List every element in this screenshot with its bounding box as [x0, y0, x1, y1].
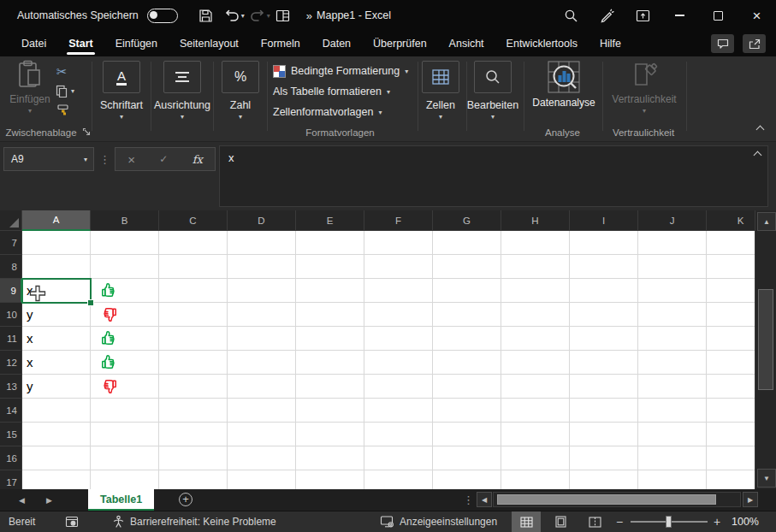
cell-I12[interactable]: [570, 351, 638, 375]
ribbon-tab-hilfe[interactable]: Hilfe: [589, 31, 632, 56]
column-header-I[interactable]: I: [570, 210, 638, 231]
cell-C11[interactable]: [159, 327, 228, 351]
zoom-out-button[interactable]: −: [616, 511, 623, 532]
ribbon-tab-start[interactable]: Start: [57, 31, 104, 56]
cell-D15[interactable]: [228, 423, 296, 446]
cut-button[interactable]: ✂: [56, 64, 68, 80]
cell-D17[interactable]: [228, 470, 296, 489]
cell-H14[interactable]: [501, 399, 570, 423]
cancel-entry-button[interactable]: ×: [127, 152, 135, 167]
cell-J13[interactable]: [638, 375, 707, 399]
cells-group-button[interactable]: Zellen ▾: [418, 61, 463, 121]
scroll-up-button[interactable]: ▲: [757, 212, 776, 231]
accessibility-status[interactable]: Barrierefreiheit: Keine Probleme: [112, 511, 276, 532]
cell-H10[interactable]: [501, 303, 570, 327]
cell-B14[interactable]: [91, 399, 159, 423]
cell-B8[interactable]: [91, 255, 159, 279]
cell-C13[interactable]: [159, 375, 228, 399]
cell-E12[interactable]: [296, 351, 364, 375]
horizontal-scrollbar[interactable]: [493, 492, 741, 507]
cell-F8[interactable]: [364, 255, 433, 279]
row-header-8[interactable]: 8: [0, 255, 22, 279]
format-as-table-button[interactable]: Als Tabelle formatieren ▾: [273, 83, 390, 100]
ribbon-tab-ansicht[interactable]: Ansicht: [438, 31, 495, 56]
column-header-J[interactable]: J: [638, 210, 707, 231]
comments-button[interactable]: [711, 34, 734, 53]
cell-A9[interactable]: x: [22, 279, 91, 303]
view-page-layout-button[interactable]: [546, 511, 575, 532]
row-header-12[interactable]: 12: [0, 351, 22, 375]
cell-A8[interactable]: [22, 255, 91, 279]
cell-I11[interactable]: [570, 327, 638, 351]
cell-D10[interactable]: [228, 303, 296, 327]
cell-B12[interactable]: [91, 351, 159, 375]
minimize-button[interactable]: [660, 0, 699, 31]
cell-I17[interactable]: [570, 470, 638, 489]
cell-A15[interactable]: [22, 423, 91, 446]
cell-C14[interactable]: [159, 399, 228, 423]
cell-K11[interactable]: [707, 327, 755, 351]
cell-F16[interactable]: [364, 446, 433, 470]
cell-C12[interactable]: [159, 351, 228, 375]
row-header-17[interactable]: 17: [0, 470, 22, 489]
cell-F7[interactable]: [364, 231, 433, 255]
cell-F11[interactable]: [364, 327, 433, 351]
cell-F17[interactable]: [364, 470, 433, 489]
conditional-formatting-button[interactable]: Bedingte Formatierung ▾: [273, 62, 408, 80]
share-button[interactable]: [743, 34, 766, 53]
sensitivity-button[interactable]: Vertraulichkeit ▾: [606, 60, 683, 115]
row-header-14[interactable]: 14: [0, 399, 22, 423]
cell-K8[interactable]: [707, 255, 755, 279]
cell-H15[interactable]: [501, 423, 570, 446]
column-header-B[interactable]: B: [91, 210, 159, 231]
cell-C16[interactable]: [159, 446, 228, 470]
dialog-launcher-clipboard[interactable]: [82, 127, 91, 136]
vertical-scroll-thumb[interactable]: [758, 289, 773, 390]
cell-K7[interactable]: [707, 231, 755, 255]
cell-D14[interactable]: [228, 399, 296, 423]
cell-J11[interactable]: [638, 327, 707, 351]
ribbon-tab-entwicklertools[interactable]: Entwicklertools: [495, 31, 589, 56]
ribbon-tab-einfugen[interactable]: Einfügen: [104, 31, 169, 56]
cell-E10[interactable]: [296, 303, 364, 327]
fill-handle[interactable]: [87, 299, 94, 306]
row-header-16[interactable]: 16: [0, 446, 22, 470]
cell-I13[interactable]: [570, 375, 638, 399]
row-header-10[interactable]: 10: [0, 303, 22, 327]
column-header-D[interactable]: D: [228, 210, 296, 231]
cell-K10[interactable]: [707, 303, 755, 327]
cell-E13[interactable]: [296, 375, 364, 399]
cell-I15[interactable]: [570, 423, 638, 446]
cell-E11[interactable]: [296, 327, 364, 351]
cell-D8[interactable]: [228, 255, 296, 279]
row-header-15[interactable]: 15: [0, 423, 22, 446]
vertical-scrollbar[interactable]: ▲ ▼: [755, 210, 776, 489]
number-group-button[interactable]: % Zahl ▾: [216, 61, 264, 121]
cell-B10[interactable]: [91, 303, 159, 327]
name-box[interactable]: A9 ▾: [3, 147, 94, 171]
select-all-corner[interactable]: [0, 210, 22, 231]
cell-I14[interactable]: [570, 399, 638, 423]
cell-G10[interactable]: [433, 303, 501, 327]
cell-F12[interactable]: [364, 351, 433, 375]
cell-C9[interactable]: [159, 279, 228, 303]
view-page-break-button[interactable]: [580, 511, 609, 532]
cell-C8[interactable]: [159, 255, 228, 279]
cell-A14[interactable]: [22, 399, 91, 423]
format-painter-button[interactable]: [56, 103, 70, 117]
paste-button[interactable]: Einfügen ▾: [7, 60, 53, 115]
cell-G7[interactable]: [433, 231, 501, 255]
alignment-group-button[interactable]: Ausrichtung ▾: [153, 61, 211, 121]
cell-F15[interactable]: [364, 423, 433, 446]
cell-K14[interactable]: [707, 399, 755, 423]
cell-H17[interactable]: [501, 470, 570, 489]
row-header-7[interactable]: 7: [0, 231, 22, 255]
confirm-entry-button[interactable]: ✓: [159, 153, 168, 165]
ribbon-display-options-button[interactable]: [625, 0, 660, 31]
column-header-G[interactable]: G: [433, 210, 501, 231]
row-header-11[interactable]: 11: [0, 327, 22, 351]
ribbon-tab-seitenlayout[interactable]: Seitenlayout: [169, 31, 250, 56]
cell-K17[interactable]: [707, 470, 755, 489]
sheet-next-button[interactable]: ▶: [46, 489, 52, 511]
cell-J8[interactable]: [638, 255, 707, 279]
